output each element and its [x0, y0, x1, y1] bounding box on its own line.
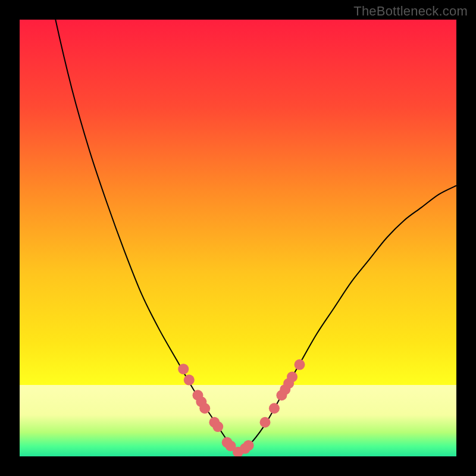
watermark-text: TheBottleneck.com: [353, 4, 468, 19]
curve-dot: [260, 417, 271, 428]
curve-dot: [294, 359, 305, 370]
plot-area: [20, 20, 456, 456]
curve-dot: [212, 421, 223, 432]
curve-dot: [269, 403, 280, 414]
curve-dot: [243, 440, 254, 451]
bottleneck-curve: [20, 20, 456, 452]
curve-dot: [178, 364, 189, 374]
curve-dots: [178, 359, 305, 456]
curve-dot: [287, 371, 298, 382]
curve-layer: [20, 20, 456, 456]
curve-dot: [184, 375, 195, 386]
chart-stage: TheBottleneck.com: [0, 0, 476, 476]
curve-dot: [199, 403, 210, 414]
